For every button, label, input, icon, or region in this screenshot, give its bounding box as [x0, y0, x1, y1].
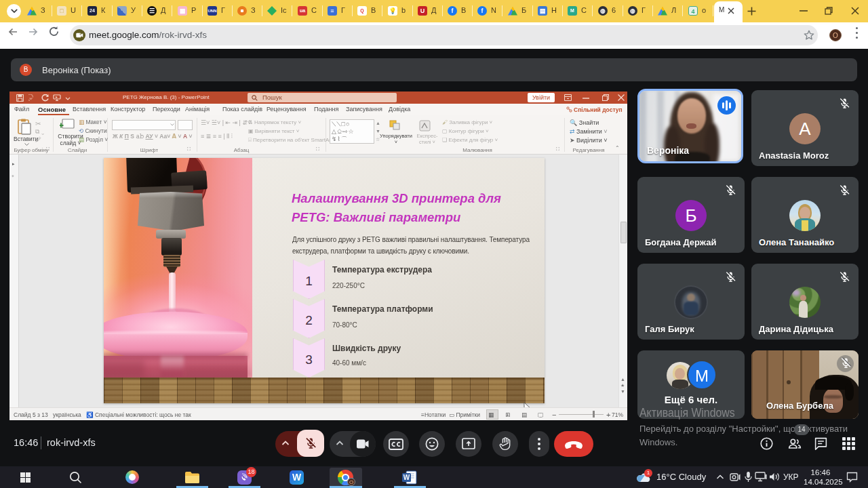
- svg-text:W: W: [403, 474, 410, 481]
